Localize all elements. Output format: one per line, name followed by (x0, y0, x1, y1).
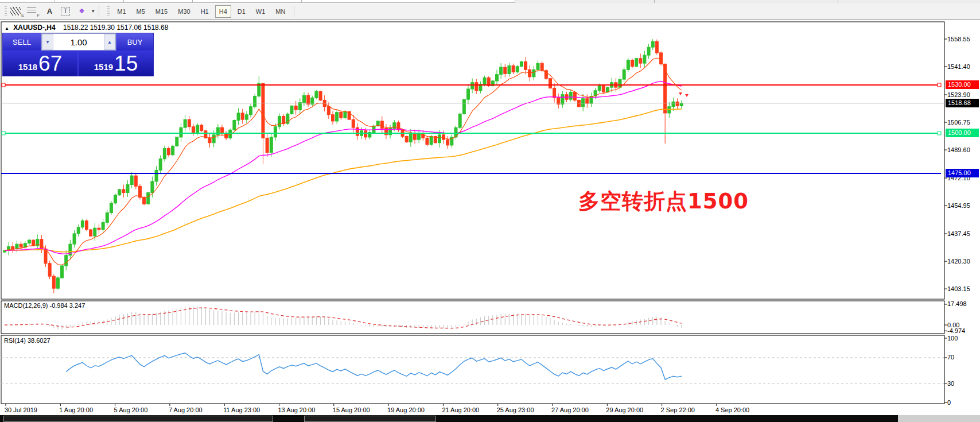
candle-body (532, 69, 535, 77)
symbol-collapse-icon[interactable]: ▲ (5, 26, 9, 31)
candle-body (582, 99, 585, 107)
candle-body (77, 227, 80, 234)
pivot-level-label: 1500.00 (946, 129, 979, 137)
rsi-label: RSI(14) 38.6027 (4, 337, 50, 344)
candle-body (319, 91, 322, 100)
candle-body (163, 149, 166, 159)
candle-body (294, 106, 297, 110)
bottom-edge-segment (304, 416, 436, 422)
candle-body (122, 189, 125, 193)
date-label: 4 Sep 20:00 (715, 406, 749, 413)
candle-body (475, 83, 478, 91)
candle-body (184, 119, 186, 127)
candle-body (126, 185, 129, 193)
rsi-tick-label: 70 (947, 354, 954, 361)
candle-body (635, 59, 638, 67)
candle-body (405, 137, 408, 142)
candle-body (270, 137, 273, 153)
level-handle-right[interactable] (938, 83, 941, 87)
candle-body (176, 137, 178, 146)
candle-body (192, 127, 195, 133)
candle-body (524, 61, 527, 69)
candle-body (327, 107, 330, 115)
macd-tick-label: 17.498 (947, 300, 967, 308)
buy-button[interactable]: BUY (116, 33, 153, 51)
candle-body (500, 67, 503, 75)
candle-body (134, 176, 137, 186)
candle-body (516, 67, 519, 72)
candle-body (672, 102, 675, 106)
candle-body (598, 86, 601, 90)
candle-body (340, 113, 343, 118)
symbol-title: XAUUSD-,H4 (13, 24, 55, 32)
candle-body (647, 47, 650, 55)
candle-body (155, 170, 158, 181)
candle-body (426, 138, 429, 144)
candle-body (266, 138, 269, 152)
candle-body (315, 91, 318, 98)
level-handle-right[interactable] (938, 131, 941, 135)
candle-body (56, 278, 59, 288)
candle-body (364, 131, 367, 137)
sell-button[interactable]: SELL (3, 33, 41, 51)
candle-body (483, 78, 486, 84)
price-tick-label: 1506.75 (947, 119, 970, 126)
one-click-trading-panel: SELL ▼ ▲ BUY 1518 67 1519 15 (2, 33, 154, 76)
candle-body (262, 83, 265, 138)
buy-price-whole: 1519 (94, 62, 113, 72)
candle-body (438, 135, 441, 143)
candle-body (344, 111, 347, 118)
date-label: 11 Aug 23:00 (223, 406, 260, 413)
candle-body (356, 127, 359, 135)
candle-body (643, 55, 646, 63)
price-tick-label: 1437.45 (947, 230, 970, 238)
candle-body (61, 266, 64, 278)
price-tick-label: 1454.95 (947, 202, 970, 210)
candle-body (94, 228, 96, 236)
candle-body (602, 86, 605, 92)
candle-body (40, 239, 43, 249)
volume-decrease-button[interactable]: ▼ (42, 34, 53, 50)
candle-body (414, 134, 417, 140)
candle-body (282, 117, 285, 124)
candle-body (254, 96, 256, 107)
macd-label: MACD(12,26,9) -0.984 3.247 (4, 302, 85, 309)
date-label: 7 Aug 20:00 (169, 406, 203, 413)
candle-body (20, 244, 22, 247)
candle-body (172, 146, 174, 154)
candle-body (180, 127, 182, 137)
candle-body (298, 103, 301, 110)
candle-body (549, 79, 551, 88)
candle-body (290, 106, 293, 114)
candle-body (151, 181, 154, 193)
candle-body (393, 123, 396, 129)
sell-price-display[interactable]: 1518 67 (3, 51, 77, 76)
date-label: 5 Aug 20:00 (114, 406, 148, 413)
candle-body (85, 221, 88, 230)
candle-body (32, 240, 35, 246)
level-handle-left[interactable] (2, 131, 5, 135)
date-label: 13 Aug 20:00 (278, 406, 316, 413)
candle-body (380, 121, 383, 129)
candle-body (212, 135, 215, 143)
candle-body (48, 264, 51, 276)
date-label: 1 Aug 20:00 (59, 406, 93, 413)
candle-body (237, 113, 240, 121)
date-label: 2 Sep 22:00 (661, 406, 695, 413)
candle-body (168, 149, 170, 155)
candle-body (520, 61, 523, 66)
price-tick-label: 1541.40 (947, 63, 970, 71)
sell-price-pips: 67 (38, 53, 62, 75)
candle-body (623, 69, 625, 79)
candle-body (220, 127, 223, 133)
buy-price-display[interactable]: 1519 15 (79, 51, 153, 76)
candle-body (372, 126, 375, 132)
candle-body (118, 189, 121, 195)
volume-increase-button[interactable]: ▲ (104, 34, 115, 50)
price-tick-label: 1523.90 (947, 91, 970, 99)
candle-body (200, 125, 203, 131)
price-tick-label: 1489.60 (947, 146, 970, 154)
candle-body (651, 41, 654, 47)
volume-input[interactable] (53, 34, 104, 50)
level-handle-left[interactable] (2, 83, 5, 87)
